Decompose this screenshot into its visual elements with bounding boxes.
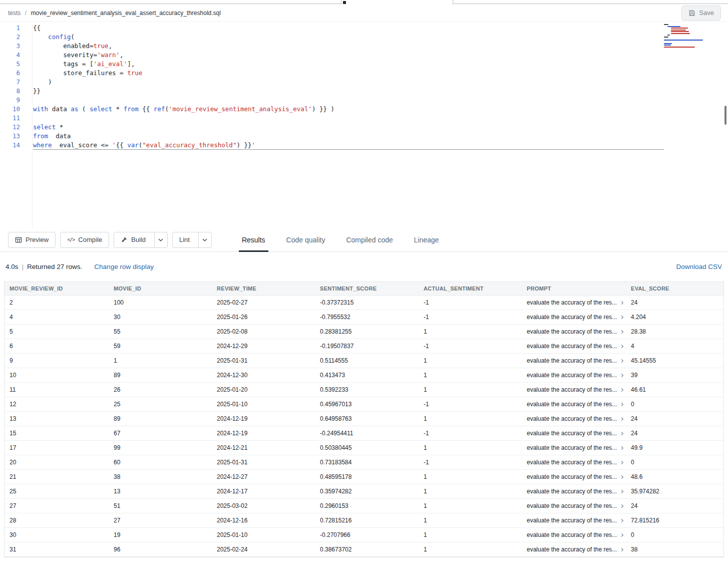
lint-dropdown-button[interactable] xyxy=(198,232,211,247)
expand-prompt-chevron-icon[interactable] xyxy=(620,359,623,362)
prompt-cell[interactable]: evaluate the accuracy of the res... xyxy=(522,527,626,542)
expand-prompt-chevron-icon[interactable] xyxy=(620,475,623,478)
table-cell: 25 xyxy=(109,397,212,411)
editor-minimap[interactable] xyxy=(664,24,720,48)
preview-button[interactable]: Preview xyxy=(8,232,56,248)
table-cell: 4 xyxy=(626,339,723,353)
expand-prompt-chevron-icon[interactable] xyxy=(620,460,623,464)
table-cell: 1 xyxy=(419,469,522,484)
table-cell: 0.5392233 xyxy=(315,382,419,397)
code-line[interactable]: config( xyxy=(33,33,664,42)
expand-prompt-chevron-icon[interactable] xyxy=(620,446,623,449)
expand-prompt-chevron-icon[interactable] xyxy=(620,402,623,406)
line-number: 8 xyxy=(0,87,20,96)
prompt-cell[interactable]: evaluate the accuracy of the res... xyxy=(522,469,626,484)
prompt-cell[interactable]: evaluate the accuracy of the res... xyxy=(522,455,626,469)
prompt-preview-text: evaluate the accuracy of the res... xyxy=(527,299,617,306)
code-line[interactable]: with data as ( select * from {{ ref('mov… xyxy=(33,105,664,114)
code-line[interactable]: ) xyxy=(33,78,664,87)
editor-code[interactable]: {{ config( enabled=true, severity='warn'… xyxy=(33,24,664,228)
expand-prompt-chevron-icon[interactable] xyxy=(620,373,623,377)
table-cell: -0.24954411 xyxy=(315,426,419,440)
expand-prompt-chevron-icon[interactable] xyxy=(620,330,623,333)
expand-prompt-chevron-icon[interactable] xyxy=(620,315,623,319)
code-line[interactable]: store_failures = true xyxy=(33,69,664,78)
table-cell: 21 xyxy=(5,469,109,484)
prompt-cell[interactable]: evaluate the accuracy of the res... xyxy=(522,310,626,324)
table-cell: 46.61 xyxy=(626,382,723,397)
tab-results[interactable]: Results xyxy=(239,228,268,251)
lint-button[interactable]: Lint xyxy=(173,232,195,247)
expand-prompt-chevron-icon[interactable] xyxy=(620,388,623,391)
build-button[interactable]: Build xyxy=(114,232,151,247)
code-line[interactable]: tags = ['ai_eval'], xyxy=(33,60,664,69)
table-cell: -0.37372315 xyxy=(315,295,419,310)
table-cell: 4 xyxy=(5,310,109,324)
table-row: 21382024-12-270.485951781evaluate the ac… xyxy=(5,469,723,484)
tab-strip-edge xyxy=(0,0,341,4)
prompt-cell[interactable]: evaluate the accuracy of the res... xyxy=(522,440,626,455)
download-csv-link[interactable]: Download CSV xyxy=(676,263,722,270)
tab-lineage[interactable]: Lineage xyxy=(411,228,442,251)
prompt-cell[interactable]: evaluate the accuracy of the res... xyxy=(522,498,626,513)
table-cell: 1 xyxy=(419,368,522,382)
prompt-cell[interactable]: evaluate the accuracy of the res... xyxy=(522,295,626,310)
expand-prompt-chevron-icon[interactable] xyxy=(620,431,623,435)
code-line[interactable]: {{ xyxy=(33,24,664,33)
prompt-cell[interactable]: evaluate the accuracy of the res... xyxy=(522,382,626,397)
expand-prompt-chevron-icon[interactable] xyxy=(620,344,623,348)
table-cell: 2025-01-10 xyxy=(212,527,315,542)
prompt-cell[interactable]: evaluate the accuracy of the res... xyxy=(522,339,626,353)
expand-prompt-chevron-icon[interactable] xyxy=(620,547,623,551)
expand-prompt-chevron-icon[interactable] xyxy=(620,533,623,536)
active-file-tab[interactable] xyxy=(341,0,453,5)
prompt-cell[interactable]: evaluate the accuracy of the res... xyxy=(522,426,626,440)
prompt-cell[interactable]: evaluate the accuracy of the res... xyxy=(522,397,626,411)
prompt-cell[interactable]: evaluate the accuracy of the res... xyxy=(522,542,626,556)
code-line[interactable]: from data xyxy=(33,132,664,141)
breadcrumb-folder[interactable]: tests xyxy=(8,10,21,17)
code-line[interactable]: severity='warn', xyxy=(33,51,664,60)
tab-code-quality[interactable]: Code quality xyxy=(283,228,328,251)
code-line[interactable]: }} xyxy=(33,87,664,96)
table-cell: 31 xyxy=(5,542,109,556)
expand-prompt-chevron-icon[interactable] xyxy=(620,504,623,507)
change-row-display-link[interactable]: Change row display xyxy=(94,263,154,270)
expand-prompt-chevron-icon[interactable] xyxy=(620,489,623,493)
editor-scrollbar-thumb[interactable] xyxy=(724,106,726,125)
code-line[interactable]: enabled=true, xyxy=(33,42,664,51)
prompt-cell[interactable]: evaluate the accuracy of the res... xyxy=(522,484,626,498)
prompt-cell[interactable]: evaluate the accuracy of the res... xyxy=(522,411,626,426)
prompt-preview-text: evaluate the accuracy of the res... xyxy=(527,459,617,466)
prompt-cell[interactable]: evaluate the accuracy of the res... xyxy=(522,513,626,527)
expand-prompt-chevron-icon[interactable] xyxy=(620,417,623,420)
table-cell: 0 xyxy=(626,527,723,542)
table-row: 20602025-01-310.73183584-1evaluate the a… xyxy=(5,455,723,469)
table-cell: 0.48595178 xyxy=(315,469,419,484)
expand-prompt-chevron-icon[interactable] xyxy=(620,518,623,522)
code-line[interactable] xyxy=(33,114,664,123)
prompt-cell[interactable]: evaluate the accuracy of the res... xyxy=(522,324,626,339)
build-dropdown-button[interactable] xyxy=(154,232,167,247)
save-icon xyxy=(688,10,695,17)
prompt-cell[interactable]: evaluate the accuracy of the res... xyxy=(522,353,626,368)
table-cell: 28.38 xyxy=(626,324,723,339)
table-cell: 39 xyxy=(626,368,723,382)
code-line[interactable]: select * xyxy=(33,123,664,132)
table-cell: 0 xyxy=(626,397,723,411)
save-button[interactable]: Save xyxy=(681,6,721,21)
code-line[interactable]: where eval_score <= '{{ var("eval_accura… xyxy=(33,141,664,150)
compile-button[interactable]: </> Compile xyxy=(60,232,109,248)
editor-gutter: 1234567891011121314 xyxy=(0,24,20,150)
code-line[interactable] xyxy=(33,96,664,105)
table-cell: 1 xyxy=(419,382,522,397)
table-cell: 38 xyxy=(109,469,212,484)
line-number: 9 xyxy=(0,96,20,105)
code-editor[interactable]: 1234567891011121314 {{ config( enabled=t… xyxy=(0,22,728,228)
table-cell: 72.815216 xyxy=(626,513,723,527)
table-cell: -1 xyxy=(419,455,522,469)
expand-prompt-chevron-icon[interactable] xyxy=(620,301,623,304)
tab-compiled-code[interactable]: Compiled code xyxy=(343,228,396,251)
table-cell: 1 xyxy=(419,527,522,542)
prompt-cell[interactable]: evaluate the accuracy of the res... xyxy=(522,368,626,382)
